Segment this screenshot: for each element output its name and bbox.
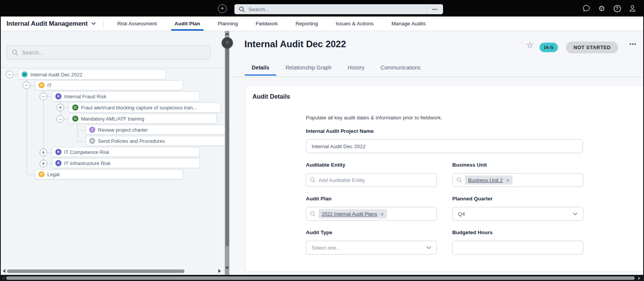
user-profile-icon[interactable] (628, 4, 637, 13)
tree-connector (77, 130, 86, 131)
search-icon (310, 211, 315, 217)
status-badge[interactable]: NOT STARTED (566, 41, 618, 53)
chat-icon[interactable] (582, 4, 591, 13)
node-type-badge-risk: R (55, 160, 61, 166)
node-type-badge-risk: R (55, 149, 61, 155)
tree-vertical-scrollbar[interactable] (225, 31, 229, 275)
node-type-badge-ia: IA (22, 71, 28, 78)
tree-connector (77, 124, 78, 141)
tab-communications[interactable]: Communications (373, 61, 427, 76)
add-icon[interactable]: + (218, 4, 227, 13)
record-id-badge: IA-5 (539, 43, 558, 52)
chevron-down-icon (427, 246, 431, 249)
tree-node-label: Review project charter (98, 127, 148, 133)
chip-label[interactable]: Business Unit 2 (468, 177, 503, 183)
audit-type-select[interactable]: Select one... (306, 241, 437, 255)
nav-tab-issues-actions[interactable]: Issues & Actions (327, 17, 383, 31)
nav-tab-audit-plan[interactable]: Audit Plan (166, 17, 209, 31)
audit-plan-field[interactable]: 2022 Internal Audit Plans × (306, 207, 437, 221)
tree-node-label: Internal Audit Dec 2022 (30, 72, 82, 78)
business-unit-label: Business Unit (452, 162, 487, 168)
tree-node-it-competence-risk[interactable]: R IT Competence Risk (52, 147, 200, 157)
tree-node-label: IT (47, 83, 52, 88)
detail-panel: Internal Audit Dec 2022 ☆ IA-5 NOT START… (229, 31, 643, 275)
remove-chip-icon[interactable]: × (506, 177, 510, 183)
vscroll-down-arrow[interactable] (225, 267, 229, 269)
vscroll-up-arrow[interactable] (225, 33, 229, 35)
auditable-entity-field[interactable] (306, 173, 437, 187)
tree-connector (13, 74, 18, 75)
business-unit-chip[interactable]: Business Unit 2 × (465, 175, 513, 185)
tree-connector (27, 175, 35, 175)
tree-search-input[interactable] (18, 50, 210, 56)
tree-node-internal-fraud-risk[interactable]: R Internal Fraud Risk (52, 91, 200, 101)
nav-tab-risk-assessment[interactable]: Risk Assessment (108, 17, 166, 31)
tree-node-internal-audit-dec-2022[interactable]: IA Internal Audit Dec 2022 (18, 69, 166, 79)
tree-expander-collapse[interactable] (40, 93, 47, 100)
help-glyph: ? (614, 5, 621, 12)
nav-tab-fieldwork[interactable]: Fieldwork (247, 17, 287, 31)
tree-node-mandatory-aml-training[interactable]: C Mandatory AML/ATF training (69, 114, 217, 124)
window-hscroll-left-arrow[interactable] (2, 277, 4, 280)
tab-details[interactable]: Details (245, 61, 276, 76)
tree-expander-collapse[interactable] (23, 81, 30, 89)
node-type-badge-project: P (38, 82, 45, 88)
tree-expander-collapse[interactable] (6, 71, 13, 78)
app-switcher[interactable]: Internal Audit Management (1, 17, 103, 31)
planned-quarter-select[interactable]: Q4 (452, 207, 583, 221)
nav-tab-planning[interactable]: Planning (209, 17, 247, 31)
hscroll-right-arrow[interactable] (218, 269, 221, 273)
project-name-input[interactable] (306, 139, 583, 153)
more-options-icon[interactable]: ••• (629, 41, 637, 47)
app-window: + ••• ⚙ ? (0, 0, 644, 281)
remove-chip-icon[interactable]: × (381, 211, 384, 217)
tab-history[interactable]: History (341, 61, 372, 76)
tree-expander-expand[interactable] (40, 149, 47, 156)
audit-plan-chip[interactable]: 2022 Internal Audit Plans × (319, 209, 387, 218)
nav-tabs: Risk Assessment Audit Plan Planning Fiel… (108, 17, 435, 31)
tree-node-it-infrastructure-risk[interactable]: R IT Infrastructure Risk (52, 158, 200, 168)
tree-node-label: Send Policies and Procedures (98, 138, 165, 144)
tab-relationship-graph[interactable]: Relationship Graph (279, 61, 339, 76)
global-search-input[interactable] (245, 7, 427, 12)
node-type-badge-project: P (38, 171, 45, 177)
budgeted-hours-label: Budgeted Hours (452, 230, 493, 235)
auditable-entity-input[interactable] (319, 177, 433, 183)
nav-tab-reporting[interactable]: Reporting (287, 17, 327, 31)
top-bar: + ••• ⚙ ? (0, 0, 644, 17)
tree-node-legal[interactable]: P Legal (35, 169, 183, 179)
detail-tabs: Details Relationship Graph History Commu… (245, 61, 430, 76)
node-type-badge-control: C (72, 104, 78, 111)
hscroll-left-arrow[interactable] (3, 269, 5, 273)
tree-node-label: Mandatory AML/ATF training (81, 116, 144, 122)
business-unit-field[interactable]: Business Unit 2 × (452, 173, 583, 187)
nav-tab-manage-audits[interactable]: Manage Audits (383, 17, 435, 31)
section-description: Populate all key audit dates & informati… (306, 115, 442, 121)
search-icon (12, 50, 18, 56)
window-hscroll-thumb[interactable] (6, 276, 635, 280)
vscroll-thumb[interactable] (226, 37, 229, 246)
tree-node-it[interactable]: P IT (35, 80, 183, 90)
collapse-panel-button[interactable]: ‹ (222, 37, 233, 48)
tree-expander-expand[interactable] (40, 160, 47, 167)
tree-node-fraud-alert-control[interactable]: C Fraul alert/card blocking capture of s… (69, 102, 221, 112)
tree-node-send-policies-procedures[interactable]: R Send Policies and Procedures (86, 136, 225, 146)
budgeted-hours-input[interactable] (452, 241, 583, 255)
star-favorite-icon[interactable]: ☆ (526, 40, 534, 50)
search-more-icon[interactable]: ••• (427, 7, 443, 12)
window-horizontal-scrollbar[interactable] (0, 275, 644, 281)
tree-expander-collapse[interactable] (56, 115, 64, 123)
audit-tree-panel: IA Internal Audit Dec 2022 P IT R Intern… (1, 31, 225, 275)
search-icon (456, 177, 462, 183)
settings-gear-icon[interactable]: ⚙ (597, 4, 606, 13)
tree-search (7, 45, 211, 60)
tree-node-review-project-charter[interactable]: T Review project charter (86, 125, 225, 135)
global-search: ••• (234, 4, 443, 14)
window-hscroll-right-arrow[interactable] (638, 277, 641, 280)
page-title: Internal Audit Dec 2022 (244, 39, 346, 50)
chip-label[interactable]: 2022 Internal Audit Plans (322, 211, 377, 217)
hscroll-thumb[interactable] (7, 269, 184, 273)
tree-expander-expand[interactable] (56, 104, 64, 111)
help-icon[interactable]: ? (612, 4, 622, 13)
node-type-badge-control: C (72, 116, 78, 122)
